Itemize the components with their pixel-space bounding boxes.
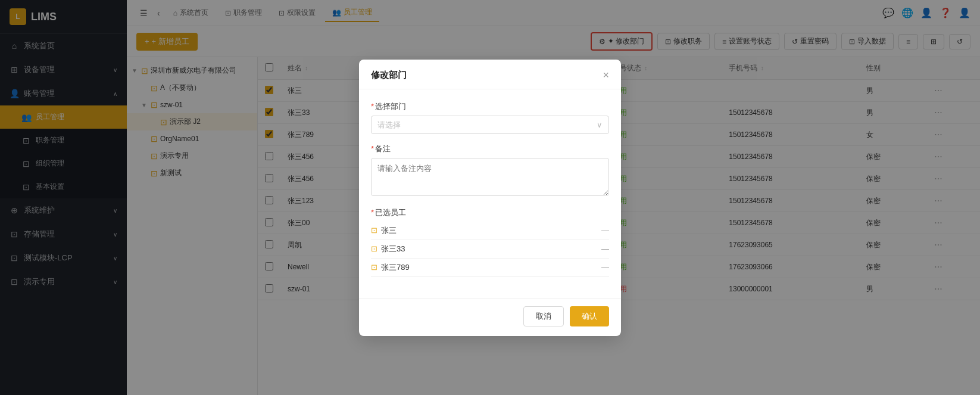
employee-name: 张三789 [381,262,410,273]
dept-select-label: * 选择部门 [371,101,609,112]
employee-icon: ⊡ [371,244,377,253]
required-mark: * [371,102,374,111]
selected-employees-label: * 已选员工 [371,207,609,218]
cancel-button[interactable]: 取消 [523,306,564,326]
required-mark: * [371,208,374,217]
dept-select[interactable]: 请选择 [372,116,608,133]
remark-label: * 备注 [371,144,609,154]
confirm-button[interactable]: 确认 [570,306,609,326]
modal-header: 修改部门 × [359,60,621,89]
employee-item: ⊡ 张三789 — [371,259,609,277]
employee-name: 张三33 [381,244,405,254]
remark-item: * 备注 [371,144,609,198]
employee-item: ⊡ 张三 — [371,222,609,240]
remove-employee-button[interactable]: — [601,263,609,272]
modal-title: 修改部门 [371,70,407,81]
dept-select-item: * 选择部门 请选择 ∨ [371,101,609,134]
modal-close-button[interactable]: × [603,69,609,82]
remark-textarea[interactable] [371,158,609,196]
modify-dept-modal: 修改部门 × * 选择部门 请选择 ∨ * 备注 [359,60,621,336]
employee-name: 张三 [381,225,397,236]
modal-overlay: 修改部门 × * 选择部门 请选择 ∨ * 备注 [0,0,980,395]
remove-employee-button[interactable]: — [601,244,609,253]
modal-body: * 选择部门 请选择 ∨ * 备注 * [359,89,621,298]
employee-icon: ⊡ [371,263,377,272]
selected-employees-list: ⊡ 张三 — ⊡ 张三33 — ⊡ 张三789 — [371,222,609,277]
employee-icon: ⊡ [371,226,377,235]
employee-item: ⊡ 张三33 — [371,240,609,259]
dept-select-wrapper: 请选择 ∨ [371,116,609,134]
remove-employee-button[interactable]: — [601,226,609,235]
required-mark: * [371,144,374,153]
modal-footer: 取消 确认 [359,298,621,336]
selected-employees-item: * 已选员工 ⊡ 张三 — ⊡ 张三33 — ⊡ 张三789 — [371,207,609,277]
